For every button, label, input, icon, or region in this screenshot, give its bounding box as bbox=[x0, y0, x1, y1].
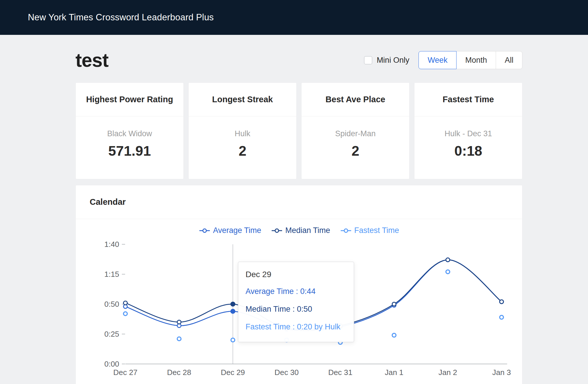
chart-tooltip: Dec 29 Average Time : 0:44 Median Time :… bbox=[238, 262, 354, 342]
range-button-group: Week Month All bbox=[419, 51, 522, 69]
stat-card-value: 571.91 bbox=[76, 143, 183, 159]
data-point[interactable] bbox=[392, 333, 396, 337]
y-axis-label: 0:00 bbox=[104, 360, 119, 368]
x-axis-label: Jan 2 bbox=[439, 368, 457, 377]
mini-only-toggle[interactable]: Mini Only bbox=[364, 56, 410, 65]
app-header: New York Times Crossword Leaderboard Plu… bbox=[0, 0, 588, 35]
stat-card-title: Highest Power Rating bbox=[76, 83, 183, 116]
stat-card-value: 0:18 bbox=[414, 143, 522, 159]
data-point[interactable] bbox=[231, 309, 235, 313]
data-point[interactable] bbox=[231, 302, 235, 306]
y-axis: 1:401:150:500:250:00 bbox=[104, 240, 125, 368]
data-point[interactable] bbox=[500, 300, 504, 304]
x-axis-label: Dec 27 bbox=[113, 368, 137, 377]
range-button-month[interactable]: Month bbox=[456, 51, 496, 69]
data-point[interactable] bbox=[231, 338, 235, 342]
y-axis-label: 1:15 bbox=[104, 270, 119, 279]
chart-legend: Average TimeMedian TimeFastest Time bbox=[76, 226, 522, 235]
stat-card-title: Best Ave Place bbox=[302, 83, 409, 116]
y-axis-label: 1:40 bbox=[104, 240, 119, 249]
calendar-chart-area: Average TimeMedian TimeFastest Time 1:40… bbox=[76, 219, 522, 384]
legend-label: Average Time bbox=[213, 226, 261, 235]
main-content: test Mini Only Week Month All Highest Po… bbox=[75, 48, 522, 384]
data-point[interactable] bbox=[446, 270, 450, 274]
stat-card-body: Spider-Man 2 bbox=[302, 116, 409, 159]
stat-card-name: Black Widow bbox=[76, 129, 183, 138]
legend-marker-icon bbox=[340, 228, 352, 234]
stat-card-body: Black Widow 571.91 bbox=[76, 116, 183, 159]
data-point[interactable] bbox=[177, 337, 181, 341]
page-title: test bbox=[75, 49, 108, 71]
legend-label: Fastest Time bbox=[354, 226, 399, 235]
data-point[interactable] bbox=[500, 315, 504, 319]
data-point[interactable] bbox=[123, 312, 127, 315]
data-point[interactable] bbox=[446, 258, 450, 262]
tooltip-line: Median Time : 0:50 bbox=[246, 305, 347, 314]
mini-only-label: Mini Only bbox=[377, 56, 410, 65]
tooltip-title: Dec 29 bbox=[246, 270, 347, 279]
title-row: test Mini Only Week Month All bbox=[75, 48, 522, 73]
x-axis-label: Dec 30 bbox=[275, 368, 299, 377]
range-button-week[interactable]: Week bbox=[419, 51, 457, 69]
stat-card-title: Fastest Time bbox=[414, 83, 522, 116]
data-point[interactable] bbox=[177, 320, 181, 324]
data-point[interactable] bbox=[392, 302, 396, 306]
x-axis-label: Dec 29 bbox=[221, 368, 245, 377]
stat-card-fastest-time: Fastest Time Hulk - Dec 31 0:18 bbox=[414, 82, 522, 179]
stat-cards-row: Highest Power Rating Black Widow 571.91 … bbox=[75, 82, 522, 179]
mini-only-checkbox[interactable] bbox=[364, 56, 372, 64]
x-axis-label: Dec 28 bbox=[167, 368, 191, 377]
y-axis-label: 0:25 bbox=[104, 330, 119, 338]
x-axis-label: Jan 1 bbox=[385, 368, 403, 377]
stat-card-longest-streak: Longest Streak Hulk 2 bbox=[188, 82, 297, 179]
x-axis: Dec 27Dec 28Dec 29Dec 30Dec 31Jan 1Jan 2… bbox=[113, 368, 511, 377]
legend-label: Median Time bbox=[285, 226, 330, 235]
legend-item-fastest-time[interactable]: Fastest Time bbox=[340, 226, 399, 235]
legend-item-average-time[interactable]: Average Time bbox=[199, 226, 261, 235]
stat-card-value: 2 bbox=[302, 143, 409, 159]
legend-marker-icon bbox=[199, 228, 210, 234]
legend-marker-icon bbox=[271, 228, 283, 234]
calendar-card-title: Calendar bbox=[76, 185, 522, 219]
data-point[interactable] bbox=[123, 301, 127, 305]
stat-card-title: Longest Streak bbox=[189, 83, 296, 116]
stat-card-body: Hulk 2 bbox=[189, 116, 296, 159]
stat-card-value: 2 bbox=[189, 143, 296, 159]
legend-item-median-time[interactable]: Median Time bbox=[271, 226, 330, 235]
stat-card-name: Spider-Man bbox=[302, 129, 409, 138]
app-title: New York Times Crossword Leaderboard Plu… bbox=[28, 12, 214, 23]
range-button-all[interactable]: All bbox=[496, 51, 522, 69]
tooltip-line: Average Time : 0:44 bbox=[246, 287, 347, 296]
x-axis-label: Jan 3 bbox=[492, 368, 511, 377]
stat-card-highest-power-rating: Highest Power Rating Black Widow 571.91 bbox=[75, 82, 184, 179]
stat-card-best-ave-place: Best Ave Place Spider-Man 2 bbox=[301, 82, 410, 179]
x-axis-label: Dec 31 bbox=[328, 368, 352, 377]
stat-card-body: Hulk - Dec 31 0:18 bbox=[414, 116, 522, 159]
stat-card-name: Hulk bbox=[189, 129, 296, 138]
stat-card-name: Hulk - Dec 31 bbox=[414, 129, 522, 138]
calendar-card: Calendar Average TimeMedian TimeFastest … bbox=[75, 185, 522, 384]
tooltip-line: Fastest Time : 0:20 by Hulk bbox=[246, 322, 347, 331]
header-controls: Mini Only Week Month All bbox=[364, 51, 522, 69]
y-axis-label: 0:50 bbox=[104, 300, 119, 308]
